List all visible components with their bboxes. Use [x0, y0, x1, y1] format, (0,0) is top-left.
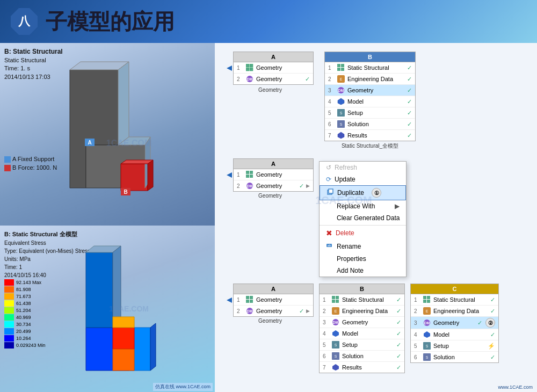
svg-marker-8	[121, 160, 153, 164]
setup-icon-b5: S	[337, 108, 345, 117]
svg-rect-42	[246, 171, 249, 174]
svg-marker-2	[121, 164, 148, 191]
sol-icon-bb6: S	[331, 352, 340, 360]
top-card-b-row-2: 2 E Engineering Data ✓	[325, 74, 415, 85]
right-panel: A 1 Geometry 2 DM	[215, 43, 537, 392]
svg-rect-25	[250, 68, 253, 71]
bot-card-c-header: C	[411, 284, 498, 294]
update-icon: ⟳	[326, 176, 331, 183]
grid-icon-b1	[337, 63, 345, 72]
svg-rect-75	[427, 300, 430, 303]
svg-text:S: S	[335, 343, 337, 347]
legend-min: 0.029243 Min	[4, 342, 46, 349]
bot-card-b-row-1: 1 Static Structural ✓	[320, 294, 404, 306]
svg-marker-17	[113, 349, 134, 371]
ctx-add-note-label: Add Note	[337, 267, 364, 274]
bot-card-a-header: A	[234, 284, 313, 294]
context-menu[interactable]: ↺ Refresh ⟳ Update Duplicate ① Replace W	[319, 161, 407, 277]
bot-card-a-footer: Geometry	[258, 318, 282, 324]
ctx-clear[interactable]: Clear Generated Data	[320, 212, 406, 224]
bot-card-c-row-1: 1 Static Structural ✓	[411, 294, 498, 306]
legend-val-8: 10.264	[16, 336, 31, 341]
ctx-rename[interactable]: ab Rename	[320, 239, 406, 253]
legend-6: 30.734	[4, 321, 46, 328]
ctx-add-note[interactable]: Add Note	[320, 265, 406, 277]
bot-card-c-wrapper: C 1 Static Structural ✓ 2 E	[410, 284, 499, 363]
svg-text:DM: DM	[247, 184, 253, 188]
svg-rect-59	[336, 296, 339, 299]
legend-4: 51.204	[4, 307, 46, 314]
bot-card-b-wrapper: B 1 Static Structural ✓ 2 E	[319, 284, 405, 373]
bot-card-b-row-2: 2 E Engineering Data ✓	[320, 306, 404, 317]
svg-marker-80	[424, 331, 430, 338]
grid-icon-m1	[245, 170, 254, 179]
dm-icon-bc3: DM	[423, 318, 431, 327]
svg-text:DM: DM	[333, 321, 339, 324]
ctx-replace-label: Replace With	[337, 202, 375, 210]
sol-icon-bc6: S	[423, 353, 431, 361]
svg-rect-43	[250, 171, 253, 174]
top-card-b-row-7: 7 Results ✓	[325, 130, 415, 141]
mid-card-a-footer: Geometry	[258, 193, 282, 199]
mid-card-a-row-1: 1 Geometry	[234, 169, 313, 180]
bot-card-b-row-7: 7 Results ✓	[320, 362, 404, 373]
svg-rect-61	[336, 300, 339, 303]
header-icon: 八	[11, 8, 38, 35]
model-icon-bb4	[331, 329, 340, 338]
grid-icon-ba1	[245, 295, 254, 304]
svg-rect-28	[337, 64, 340, 67]
website-label: www.1CAE.com	[498, 384, 533, 390]
svg-text:S: S	[426, 355, 429, 359]
model-title: B: Static Structural	[4, 47, 63, 56]
card-a-top-header-row: A 1 Geometry 2 DM	[227, 52, 314, 85]
ctx-update[interactable]: ⟳ Update	[320, 173, 406, 185]
main-content: B: Static Structural Static Structural T…	[0, 43, 537, 392]
top-card-a-row2-check: ✓	[305, 76, 310, 83]
top-card-b-row-5: 5 S Setup ✓	[325, 107, 415, 119]
ctx-replace[interactable]: Replace With ▶	[320, 200, 406, 212]
bot-card-c-row-2: 2 E Engineering Data ✓	[411, 306, 498, 317]
legend-3: 61.438	[4, 300, 46, 307]
left-panel: B: Static Structural Static Structural T…	[0, 43, 215, 392]
svg-rect-73	[427, 296, 430, 299]
duplicate-icon	[326, 188, 334, 198]
model-icon-bc4	[423, 330, 431, 339]
legend-2: 71.673	[4, 293, 46, 300]
stress-legend: 92.143 Max 81.908 71.673 61.438 51.204	[4, 279, 46, 349]
top-card-b-footer: Static Structural_全模型	[342, 142, 398, 150]
eng-icon-bb2: E	[331, 307, 340, 315]
ctx-delete[interactable]: ✖ Delete	[320, 227, 406, 239]
bottom-row: A 1 Geometry 2 DM	[227, 284, 531, 373]
dm-icon-bb3: DM	[331, 318, 340, 326]
legend-5: 40.969	[4, 314, 46, 321]
ctx-rename-label: Rename	[337, 243, 361, 250]
legend-7: 20.499	[4, 328, 46, 335]
bot-card-a-row-2: 2 DM Geometry ✓ ▶	[234, 306, 313, 316]
svg-rect-22	[246, 64, 249, 67]
svg-rect-52	[246, 296, 249, 299]
svg-text:E: E	[335, 309, 337, 313]
top-card-a-footer: Geometry	[258, 87, 282, 93]
ctx-refresh[interactable]: ↺ Refresh	[320, 162, 406, 173]
bot-card-c: C 1 Static Structural ✓ 2 E	[410, 284, 499, 363]
bot-card-b-header: B	[320, 284, 404, 294]
model-icon-b4	[337, 97, 345, 106]
svg-text:DM: DM	[247, 77, 253, 81]
bot-card-a: A 1 Geometry 2 DM	[233, 284, 314, 317]
ctx-delete-label: Delete	[336, 229, 354, 237]
res-icon-bb7	[331, 363, 340, 372]
ctx-duplicate-label: Duplicate	[337, 189, 364, 197]
svg-text:A: A	[88, 140, 91, 146]
bot-arrow-left	[227, 297, 232, 303]
svg-text:E: E	[426, 309, 429, 313]
bot-card-a-wrapper: A 1 Geometry 2 DM	[227, 284, 314, 324]
top-card-a-wrapper: A 1 Geometry 2 DM	[227, 52, 314, 93]
ctx-properties[interactable]: Properties	[320, 253, 406, 265]
header-title: 子模型的应用	[46, 7, 175, 37]
top-card-b-header: B	[325, 52, 415, 62]
bot-card-a-row-1: 1 Geometry	[234, 294, 313, 306]
top-row: A 1 Geometry 2 DM	[227, 52, 531, 150]
ctx-duplicate[interactable]: Duplicate ①	[320, 185, 406, 200]
bot-card-b-row-4: 4 Model ✓	[320, 328, 404, 339]
legend-max: 92.143 Max	[4, 279, 46, 286]
